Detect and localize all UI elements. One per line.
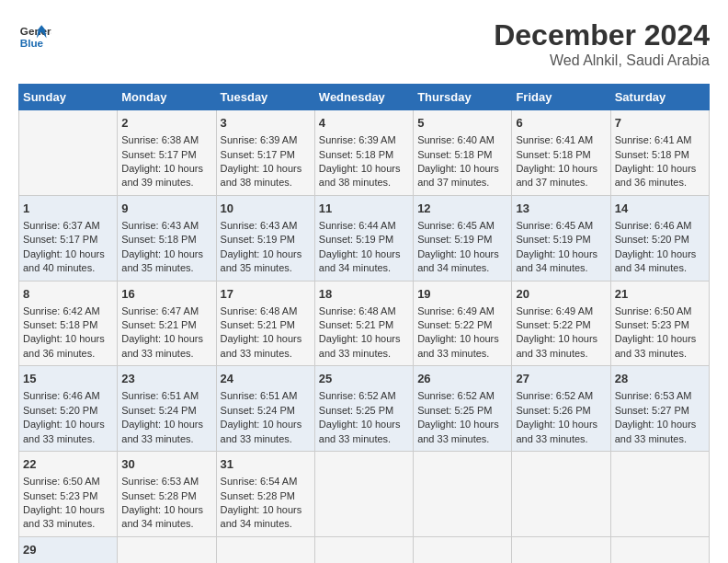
day-number: 14 — [615, 201, 705, 217]
day-info: Sunrise: 6:53 AMSunset: 5:28 PMDaylight:… — [121, 476, 203, 529]
day-number: 17 — [221, 286, 311, 303]
calendar-day-cell: 8Sunrise: 6:42 AMSunset: 5:18 PMDaylight… — [19, 281, 118, 366]
day-info: Sunrise: 6:39 AMSunset: 5:18 PMDaylight:… — [319, 134, 401, 188]
day-info: Sunrise: 6:41 AMSunset: 5:18 PMDaylight:… — [615, 134, 697, 188]
day-info: Sunrise: 6:39 AMSunset: 5:17 PMDaylight:… — [221, 134, 302, 188]
calendar-day-cell: 12Sunrise: 6:45 AMSunset: 5:19 PMDayligh… — [414, 195, 512, 281]
calendar-day-cell: 21Sunrise: 6:50 AMSunset: 5:23 PMDayligh… — [610, 281, 709, 366]
calendar-day-cell: 13Sunrise: 6:45 AMSunset: 5:19 PMDayligh… — [512, 195, 610, 281]
day-info: Sunrise: 6:52 AMSunset: 5:25 PMDaylight:… — [319, 390, 401, 443]
calendar-week-row: 8Sunrise: 6:42 AMSunset: 5:18 PMDaylight… — [19, 281, 710, 366]
calendar-week-row: 2Sunrise: 6:38 AMSunset: 5:17 PMDaylight… — [19, 110, 710, 196]
day-number: 28 — [615, 371, 705, 387]
calendar-day-cell: 3Sunrise: 6:39 AMSunset: 5:17 PMDaylight… — [216, 110, 314, 196]
day-info: Sunrise: 6:52 AMSunset: 5:25 PMDaylight:… — [417, 390, 499, 443]
day-number: 1 — [23, 201, 113, 217]
day-number: 16 — [121, 286, 211, 303]
day-number: 22 — [23, 456, 113, 473]
day-of-week-header: Wednesday — [314, 85, 413, 110]
day-number: 6 — [516, 115, 606, 132]
calendar-day-cell: 24Sunrise: 6:51 AMSunset: 5:24 PMDayligh… — [216, 366, 314, 452]
day-number: 18 — [319, 286, 409, 303]
calendar-day-cell: 19Sunrise: 6:49 AMSunset: 5:22 PMDayligh… — [414, 281, 512, 366]
day-number: 29 — [23, 542, 113, 558]
day-info: Sunrise: 6:50 AMSunset: 5:23 PMDaylight:… — [23, 476, 105, 529]
day-number: 23 — [121, 371, 211, 387]
page-title: December 2024 — [494, 18, 710, 52]
day-info: Sunrise: 6:46 AMSunset: 5:20 PMDaylight:… — [23, 390, 105, 443]
calendar-day-cell: 30Sunrise: 6:53 AMSunset: 5:28 PMDayligh… — [118, 452, 216, 537]
calendar-week-row: 15Sunrise: 6:46 AMSunset: 5:20 PMDayligh… — [19, 366, 710, 452]
calendar-day-cell: 15Sunrise: 6:46 AMSunset: 5:20 PMDayligh… — [19, 366, 118, 452]
calendar-day-cell: 17Sunrise: 6:48 AMSunset: 5:21 PMDayligh… — [216, 281, 314, 366]
svg-text:Blue: Blue — [20, 37, 44, 49]
day-info: Sunrise: 6:44 AMSunset: 5:19 PMDaylight:… — [319, 220, 401, 273]
day-number: 12 — [417, 201, 507, 217]
day-info: Sunrise: 6:40 AMSunset: 5:18 PMDaylight:… — [417, 134, 499, 188]
day-number: 26 — [417, 371, 507, 387]
calendar-day-cell: 5Sunrise: 6:40 AMSunset: 5:18 PMDaylight… — [414, 110, 512, 196]
day-number: 2 — [121, 115, 211, 132]
day-info: Sunrise: 6:49 AMSunset: 5:22 PMDaylight:… — [417, 305, 499, 359]
day-of-week-header: Saturday — [610, 85, 709, 110]
calendar-day-cell: 9Sunrise: 6:43 AMSunset: 5:18 PMDaylight… — [118, 195, 216, 281]
day-info: Sunrise: 6:46 AMSunset: 5:20 PMDaylight:… — [615, 220, 697, 273]
day-number: 25 — [319, 371, 409, 387]
day-number: 3 — [221, 115, 311, 132]
page-subtitle: Wed Alnkil, Saudi Arabia — [494, 52, 710, 69]
calendar-day-cell — [216, 536, 314, 563]
day-number: 24 — [221, 371, 311, 387]
calendar-day-cell: 7Sunrise: 6:41 AMSunset: 5:18 PMDaylight… — [610, 110, 709, 196]
day-number: 19 — [417, 286, 507, 303]
calendar-day-cell — [314, 452, 413, 537]
day-info: Sunrise: 6:53 AMSunset: 5:27 PMDaylight:… — [615, 390, 697, 443]
calendar-day-cell: 31Sunrise: 6:54 AMSunset: 5:28 PMDayligh… — [216, 452, 314, 537]
calendar-day-cell: 1Sunrise: 6:37 AMSunset: 5:17 PMDaylight… — [19, 195, 118, 281]
day-number: 7 — [615, 115, 705, 132]
calendar-week-row: 29Sunrise: 6:53 AMSunset: 5:27 PMDayligh… — [19, 536, 710, 563]
calendar-week-row: 22Sunrise: 6:50 AMSunset: 5:23 PMDayligh… — [19, 452, 710, 537]
day-info: Sunrise: 6:47 AMSunset: 5:21 PMDaylight:… — [121, 305, 203, 359]
calendar-day-cell: 11Sunrise: 6:44 AMSunset: 5:19 PMDayligh… — [314, 195, 413, 281]
calendar-day-cell: 26Sunrise: 6:52 AMSunset: 5:25 PMDayligh… — [414, 366, 512, 452]
day-info: Sunrise: 6:38 AMSunset: 5:17 PMDaylight:… — [121, 134, 203, 188]
day-info: Sunrise: 6:45 AMSunset: 5:19 PMDaylight:… — [516, 220, 597, 273]
calendar-day-cell — [414, 536, 512, 563]
day-info: Sunrise: 6:37 AMSunset: 5:17 PMDaylight:… — [23, 220, 105, 273]
day-number: 9 — [121, 201, 211, 217]
day-info: Sunrise: 6:43 AMSunset: 5:19 PMDaylight:… — [221, 220, 302, 273]
calendar-day-cell: 25Sunrise: 6:52 AMSunset: 5:25 PMDayligh… — [314, 366, 413, 452]
day-info: Sunrise: 6:49 AMSunset: 5:22 PMDaylight:… — [516, 305, 597, 359]
calendar-day-cell — [414, 452, 512, 537]
calendar-day-cell — [610, 536, 709, 563]
calendar-table: SundayMondayTuesdayWednesdayThursdayFrid… — [18, 84, 710, 563]
day-info: Sunrise: 6:52 AMSunset: 5:26 PMDaylight:… — [516, 390, 597, 443]
calendar-day-cell: 27Sunrise: 6:52 AMSunset: 5:26 PMDayligh… — [512, 366, 610, 452]
day-number: 30 — [121, 456, 211, 473]
day-number: 31 — [221, 456, 311, 473]
calendar-week-row: 1Sunrise: 6:37 AMSunset: 5:17 PMDaylight… — [19, 195, 710, 281]
calendar-day-cell — [610, 452, 709, 537]
day-of-week-header: Tuesday — [216, 85, 314, 110]
calendar-day-cell: 16Sunrise: 6:47 AMSunset: 5:21 PMDayligh… — [118, 281, 216, 366]
day-number: 27 — [516, 371, 606, 387]
calendar-day-cell — [118, 536, 216, 563]
header: General Blue December 2024 Wed Alnkil, S… — [18, 18, 710, 69]
day-info: Sunrise: 6:48 AMSunset: 5:21 PMDaylight:… — [319, 305, 401, 359]
calendar-day-cell — [512, 536, 610, 563]
day-number: 10 — [221, 201, 311, 217]
day-info: Sunrise: 6:51 AMSunset: 5:24 PMDaylight:… — [221, 390, 302, 443]
day-number: 8 — [23, 286, 113, 303]
day-info: Sunrise: 6:41 AMSunset: 5:18 PMDaylight:… — [516, 134, 597, 188]
logo-icon: General Blue — [18, 18, 51, 52]
calendar-day-cell — [19, 110, 118, 196]
day-number: 20 — [516, 286, 606, 303]
svg-text:General: General — [20, 25, 51, 37]
day-info: Sunrise: 6:48 AMSunset: 5:21 PMDaylight:… — [221, 305, 302, 359]
calendar-day-cell — [512, 452, 610, 537]
day-number: 5 — [417, 115, 507, 132]
day-number: 13 — [516, 201, 606, 217]
calendar-day-cell — [314, 536, 413, 563]
day-number: 15 — [23, 371, 113, 387]
calendar-day-cell: 29Sunrise: 6:53 AMSunset: 5:27 PMDayligh… — [19, 536, 118, 563]
